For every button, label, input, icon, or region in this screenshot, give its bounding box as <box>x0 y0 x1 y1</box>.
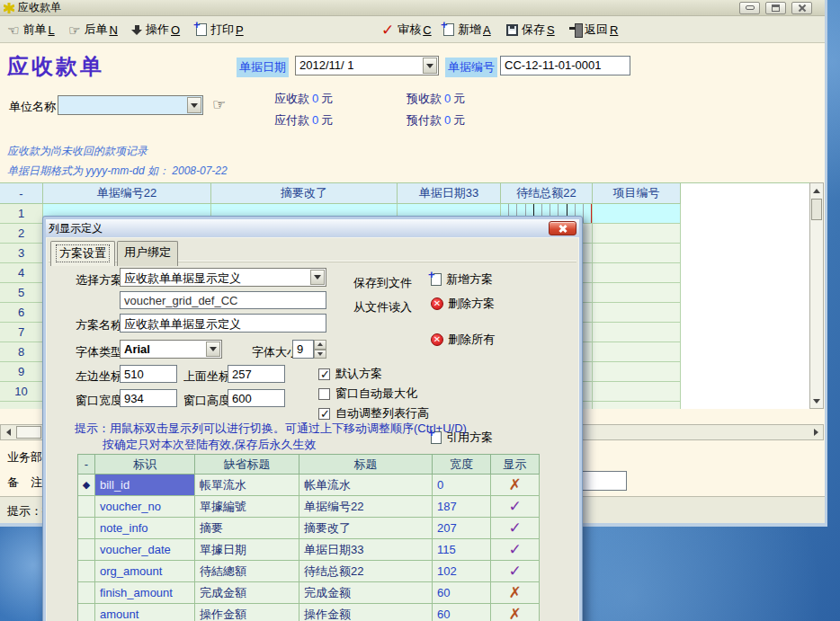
table-cell[interactable] <box>593 244 681 263</box>
toolbar-button-back[interactable]: 返回R <box>569 20 618 40</box>
chevron-down-icon[interactable] <box>310 270 325 285</box>
scheme-select-combo[interactable]: 应收款单单据显示定义 <box>120 268 326 287</box>
table-cell[interactable] <box>593 382 681 402</box>
def-cell-defcap[interactable]: 完成金額 <box>195 582 299 604</box>
scroll-right-icon[interactable] <box>809 426 822 439</box>
def-cell-defcap[interactable]: 待結總額 <box>195 561 299 582</box>
table-cell[interactable] <box>593 362 681 382</box>
left-coord-input[interactable]: 510 <box>120 365 177 383</box>
column-header-date[interactable]: 单据日期33 <box>398 183 501 204</box>
checkbox-default-scheme[interactable]: 默认方案 <box>318 366 382 382</box>
chevron-down-icon[interactable] <box>423 58 437 74</box>
def-cell-w[interactable]: 187 <box>433 496 491 518</box>
checkbox-auto-row-height[interactable]: 自动调整列表行高 <box>318 405 429 421</box>
top-coord-input[interactable]: 257 <box>228 365 285 383</box>
def-header-visible[interactable]: 显示 <box>491 455 540 475</box>
spin-up-icon[interactable] <box>314 340 326 350</box>
toolbar-button-action[interactable]: 操作O <box>131 20 180 40</box>
column-def-row[interactable]: voucher_date單據日期单据日期33115✓ <box>78 539 539 561</box>
close-button[interactable] <box>791 2 812 14</box>
table-cell[interactable] <box>593 204 681 224</box>
def-cell-defcap[interactable]: 單據日期 <box>195 539 299 561</box>
checkbox-box[interactable] <box>318 408 330 420</box>
column-header-note[interactable]: 摘要改了 <box>211 183 398 204</box>
def-cell-cap[interactable]: 完成金额 <box>299 582 433 604</box>
column-def-row[interactable]: finish_amount完成金額完成金额60✗ <box>78 582 539 604</box>
def-cell-cap[interactable]: 单据日期33 <box>299 539 433 561</box>
def-header-width[interactable]: 宽度 <box>433 455 491 475</box>
def-cell-cap[interactable]: 单据编号22 <box>299 496 433 518</box>
def-cell-defcap[interactable]: 摘要 <box>195 518 299 539</box>
column-def-row[interactable]: note_info摘要摘要改了207✓ <box>78 518 539 539</box>
column-def-row[interactable]: amount操作金額操作金额60✗ <box>78 604 539 621</box>
scheme-name-input[interactable]: 应收款单单据显示定义 <box>120 314 326 333</box>
pointing-hand-icon[interactable]: ☞ <box>212 95 226 114</box>
chevron-down-icon[interactable] <box>187 97 201 113</box>
tab-user-binding[interactable]: 用户绑定 <box>117 241 178 266</box>
def-cell-w[interactable]: 207 <box>433 518 491 539</box>
column-header-voucher-no[interactable]: 单据编号22 <box>43 183 211 204</box>
checkbox-box[interactable] <box>318 388 330 400</box>
column-def-row[interactable]: voucher_no單據編號单据编号22187✓ <box>78 496 539 518</box>
font-size-stepper[interactable] <box>314 340 326 359</box>
def-cell-w[interactable]: 115 <box>433 539 491 561</box>
add-scheme-button[interactable]: 新增方案 <box>431 271 493 288</box>
def-cell-w[interactable]: 0 <box>433 475 491 496</box>
font-size-input[interactable]: 9 <box>292 340 314 359</box>
table-cell[interactable] <box>593 263 681 283</box>
def-cell-id[interactable]: voucher_date <box>95 539 195 561</box>
def-cell-w[interactable]: 102 <box>433 561 491 582</box>
save-to-file-link[interactable]: 保存到文件 <box>353 275 412 291</box>
visible-cross-icon[interactable]: ✗ <box>491 475 540 496</box>
def-cell-defcap[interactable]: 操作金額 <box>195 604 299 621</box>
table-cell[interactable] <box>593 303 681 323</box>
scroll-up-icon[interactable] <box>810 184 823 197</box>
doc-no-input[interactable]: CC-12-11-01-0001 <box>500 56 630 75</box>
toolbar-button-audit[interactable]: ✓ 审核C <box>381 20 432 40</box>
def-header-caption[interactable]: 标题 <box>299 455 433 475</box>
def-cell-cap[interactable]: 帐单流水 <box>299 475 433 496</box>
def-header-default-caption[interactable]: 缺省标题 <box>195 455 299 475</box>
toolbar-button-next[interactable]: ☞ 后单N <box>68 20 118 40</box>
visible-check-icon[interactable]: ✓ <box>491 518 540 539</box>
scroll-left-icon[interactable] <box>2 426 14 439</box>
checkbox-auto-maximize[interactable]: 窗口自动最大化 <box>318 386 417 402</box>
vertical-scroll-thumb[interactable] <box>811 199 822 220</box>
table-cell[interactable] <box>593 402 681 409</box>
delete-scheme-button[interactable]: 删除方案 <box>431 296 495 312</box>
def-header-marker[interactable]: - <box>78 455 95 475</box>
read-from-file-link[interactable]: 从文件读入 <box>353 299 412 315</box>
visible-check-icon[interactable]: ✓ <box>491 561 540 582</box>
toolbar-button-save[interactable]: 保存S <box>506 20 555 40</box>
scroll-down-icon[interactable] <box>810 395 823 407</box>
column-header-marker[interactable]: - <box>0 183 43 204</box>
table-cell[interactable] <box>593 224 681 244</box>
minimize-button[interactable] <box>739 2 760 14</box>
column-header-amount[interactable]: 待结总额22 <box>501 183 593 204</box>
table-cell[interactable] <box>593 283 681 303</box>
def-cell-id[interactable]: finish_amount <box>95 582 195 604</box>
table-cell[interactable] <box>593 323 681 342</box>
scheme-code-input[interactable]: voucher_grid_def_CC <box>120 291 326 309</box>
table-cell[interactable] <box>593 342 681 362</box>
def-cell-defcap[interactable]: 帳單流水 <box>195 475 299 496</box>
def-cell-cap[interactable]: 摘要改了 <box>299 518 433 539</box>
spin-down-icon[interactable] <box>314 350 326 359</box>
visible-check-icon[interactable]: ✓ <box>491 496 540 518</box>
visible-check-icon[interactable]: ✓ <box>491 539 540 561</box>
vertical-scrollbar[interactable] <box>809 182 824 409</box>
def-cell-cap[interactable]: 待结总额22 <box>299 561 433 582</box>
def-header-id[interactable]: 标识 <box>95 455 195 475</box>
def-cell-id[interactable]: note_info <box>95 518 195 539</box>
def-cell-id[interactable]: voucher_no <box>95 496 195 518</box>
window-height-input[interactable]: 600 <box>228 389 285 407</box>
toolbar-button-print[interactable]: 打印P <box>196 20 244 40</box>
toolbar-button-add[interactable]: 新增A <box>443 20 491 40</box>
chevron-down-icon[interactable] <box>206 342 220 357</box>
def-cell-id[interactable]: org_amount <box>95 561 195 582</box>
checkbox-box[interactable] <box>318 368 330 380</box>
column-def-row[interactable]: org_amount待結總額待结总额22102✓ <box>78 561 539 582</box>
column-header-project[interactable]: 项目编号 <box>593 183 681 204</box>
font-type-combo[interactable]: Arial <box>120 340 222 359</box>
toolbar-button-prev[interactable]: ☜ 前单L <box>7 20 55 40</box>
